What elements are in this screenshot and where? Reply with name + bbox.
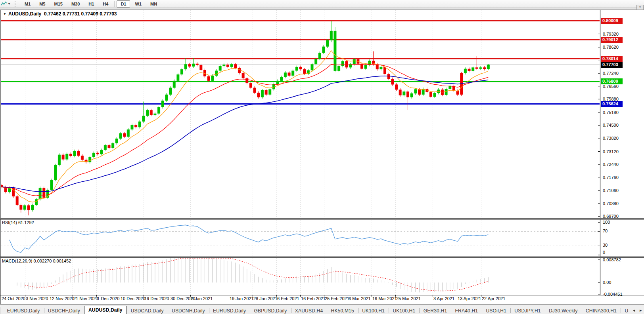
- price-axis-tick: 0.70380: [603, 201, 619, 206]
- tab-dj30-weekly[interactable]: DJ30,Weekly: [545, 307, 582, 314]
- date-axis-label[interactable]: 19 Dec 2020: [144, 296, 169, 301]
- rsi-axis-label: 100: [603, 219, 610, 225]
- title-high: 0.77731: [63, 11, 80, 17]
- date-axis-label[interactable]: 19 Jan 2021: [230, 296, 254, 301]
- price-badge: 0.77703: [601, 62, 623, 68]
- tab-uk100-h1[interactable]: UK100,H1: [389, 307, 419, 314]
- rsi-axis-label: 0: [603, 249, 605, 255]
- price-axis-tick: 0.75180: [603, 110, 619, 115]
- date-axis-label[interactable]: 9 Jan 2021: [191, 296, 213, 301]
- tab-gbpusd-daily[interactable]: GBPUSD,Daily: [250, 307, 291, 314]
- tab-uk100-h1[interactable]: UK100,H1: [358, 307, 389, 314]
- date-axis-label[interactable]: 6 Mar 2021: [349, 296, 371, 301]
- tab-china300-h1[interactable]: CHINA300,H1: [582, 307, 621, 314]
- date-axis-label[interactable]: 3 Apr 2021: [433, 296, 454, 301]
- tab-ger30-h1[interactable]: GER30,H1: [420, 307, 451, 314]
- rsi-label: RSI(14) 61.1292: [2, 220, 34, 225]
- date-axis-label[interactable]: 1 Dec 2020: [97, 296, 119, 301]
- price-badge: 0.76809: [601, 78, 623, 84]
- mt4-window: ▼ M1M5M15M30H1H4D1W1MN ▼AUDUSD,Daily 0.7…: [0, 0, 644, 314]
- date-axis-label[interactable]: 3 Nov 2020: [26, 296, 48, 301]
- title-close: 0.77703: [100, 11, 117, 17]
- date-axis-label[interactable]: 28 Jan 2021: [253, 296, 278, 301]
- price-axis-tick: 0.77240: [603, 70, 619, 76]
- date-axis-label[interactable]: 24 Oct 2020: [2, 296, 25, 301]
- date-axis-label[interactable]: 22 Apr 2021: [482, 296, 505, 301]
- price-axis-tick: 0.71760: [603, 175, 619, 180]
- date-axis-label[interactable]: 6 Feb 2021: [277, 296, 299, 301]
- price-axis-tick: 0.69700: [603, 213, 619, 219]
- date-axis-label[interactable]: 12 Nov 2020: [50, 296, 74, 301]
- price-badge: 0.75624: [601, 101, 623, 107]
- tab-usoil-h1[interactable]: USOil,H1: [482, 307, 510, 314]
- price-badge: 0.80009: [601, 18, 623, 24]
- date-axis-label[interactable]: 10 Dec 2020: [121, 296, 145, 301]
- scroll-left-icon[interactable]: ◄: [632, 308, 636, 312]
- tab-eurusd-daily[interactable]: EURUSD,Daily: [3, 307, 44, 314]
- price-badge: 0.79012: [601, 37, 623, 43]
- price-axis-tick: 0.73120: [603, 149, 619, 154]
- tabbar-splitter[interactable]: [0, 307, 1, 314]
- tab-u[interactable]: U: [621, 307, 632, 314]
- title-collapse-icon[interactable]: ▼: [3, 12, 6, 16]
- date-axis-label[interactable]: 13 Apr 2021: [458, 296, 481, 301]
- price-axis-tick: 0.78620: [603, 44, 619, 50]
- tab-fra40-h1[interactable]: FRA40,H1: [451, 307, 482, 314]
- price-axis-tick: 0.79320: [603, 31, 619, 37]
- tab-usdcad-daily[interactable]: USDCAD,Daily: [127, 307, 168, 314]
- date-axis-label[interactable]: 25 Feb 2021: [325, 296, 349, 301]
- date-axis-label[interactable]: 21 Nov 2020: [73, 296, 98, 301]
- title-low: 0.77409: [81, 11, 98, 17]
- title-open: 0.77462: [44, 11, 61, 17]
- price-axis-tick: 0.74500: [603, 122, 619, 128]
- price-axis-tick: 0.72440: [603, 162, 619, 167]
- tab-hk50-m15[interactable]: HK50,M15: [327, 307, 358, 314]
- tab-usdjpy-h1[interactable]: USDJPY,H1: [510, 307, 544, 314]
- rsi-axis-label: 30: [603, 242, 608, 248]
- rsi-axis-label: 70: [603, 228, 608, 234]
- tab-eurusd-daily[interactable]: EURUSD,Daily: [209, 307, 250, 314]
- price-badge: 0.78014: [601, 56, 623, 62]
- tab-audusd-daily[interactable]: AUDUSD,Daily: [84, 306, 127, 314]
- date-axis-label[interactable]: 16 Feb 2021: [301, 296, 326, 301]
- macd-axis-label: 0.008782: [603, 257, 621, 263]
- date-axis-label[interactable]: 16 Mar 2021: [372, 296, 397, 301]
- chart-title: ▼AUDUSD,Daily 0.77462 0.77731 0.77409 0.…: [3, 11, 117, 17]
- price-axis-tick: 0.73820: [603, 135, 619, 141]
- tab-usdcnh-daily[interactable]: USDCNH,Daily: [168, 307, 209, 314]
- scroll-down-arrow-icon[interactable]: ▼: [636, 5, 644, 10]
- tab-scroll-arrows: ◄►: [632, 306, 642, 314]
- date-axis-label[interactable]: 25 Mar 2021: [396, 296, 421, 301]
- scroll-right-icon[interactable]: ►: [639, 308, 642, 312]
- macd-label: MACD(12,26,9) 0.002270 0.001452: [2, 259, 71, 263]
- title-symbol: AUDUSD,Daily: [8, 11, 41, 17]
- tab-usdchf-daily[interactable]: USDCHF,Daily: [44, 307, 84, 314]
- macd-axis-label: 0.00: [603, 280, 611, 285]
- tab-xauusd-h4[interactable]: XAUUSD,H4: [291, 307, 327, 314]
- chart-canvas[interactable]: [0, 0, 644, 314]
- price-axis-tick: 0.71060: [603, 188, 619, 193]
- macd-axis-label: -0.004451: [603, 291, 623, 297]
- chart-tab-bar: EURUSD,DailyUSDCHF,DailyAUDUSD,DailyUSDC…: [0, 304, 644, 314]
